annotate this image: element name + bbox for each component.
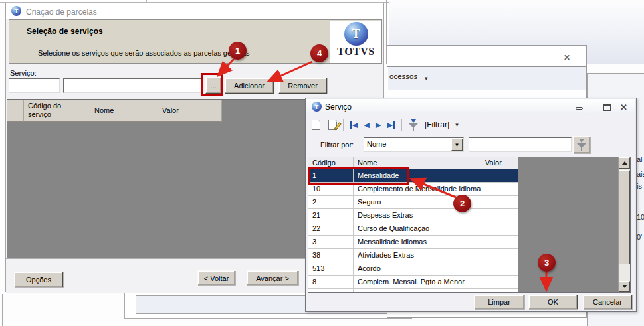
- filter-by-label: Filtrar por:: [320, 141, 354, 149]
- filter-field-select[interactable]: Nome ▼: [364, 137, 464, 152]
- next-button[interactable]: Avançar >: [247, 270, 298, 285]
- scroll-up-button[interactable]: [619, 157, 630, 169]
- selector-column-header: [7, 100, 24, 122]
- toolbar-separator: [401, 119, 402, 131]
- annotation-step-3: 3: [538, 254, 556, 272]
- filter-icon: [576, 139, 587, 151]
- totvs-logo-text: TOTVS: [330, 46, 381, 58]
- edit-record-icon[interactable]: [328, 120, 337, 130]
- background-text-fragment: ais: [637, 170, 644, 178]
- close-icon[interactable]: ✕: [620, 102, 627, 112]
- service-name-input[interactable]: [63, 78, 202, 93]
- table-row[interactable]: 513 Acordo: [308, 262, 518, 276]
- ok-button[interactable]: OK: [528, 295, 578, 309]
- wizard-titlebar: T Criação de parcelas: [6, 3, 383, 19]
- cancel-button[interactable]: Cancelar: [583, 295, 632, 309]
- last-record-button[interactable]: ▶: [387, 121, 395, 129]
- totvs-logo: T TOTVS: [330, 21, 381, 63]
- scroll-down-button[interactable]: [619, 281, 630, 292]
- background-text-fragment: 10: [637, 213, 644, 221]
- add-service-button[interactable]: Adicionar: [225, 78, 274, 94]
- column-header-codigo-do-servico[interactable]: Código do serviço: [24, 100, 90, 122]
- toolbar-separator: [343, 119, 344, 131]
- chevron-down-icon[interactable]: ▾: [455, 122, 459, 128]
- totvs-globe-icon: T: [312, 102, 322, 112]
- previous-record-button[interactable]: ◀: [364, 121, 369, 129]
- table-row[interactable]: 8 Complem. Mensal. Pgto a Menor: [308, 276, 518, 289]
- grid-rows: 1 Mensalidade 10 Complemento de Mensalid…: [308, 169, 518, 293]
- first-record-button[interactable]: ◀: [350, 121, 358, 129]
- column-header-valor[interactable]: Valor: [158, 100, 222, 122]
- totvs-globe-icon: T: [11, 6, 21, 16]
- page-title: Seleção de serviços: [27, 27, 103, 36]
- grid-empty-area: [518, 157, 619, 293]
- page-subtitle: Selecione os serviços que serão associad…: [38, 49, 250, 57]
- background-text-fragment: al: [637, 155, 644, 163]
- screen: al ais is 10 0' ✕ ocessos ▾ T Criação de…: [0, 0, 644, 326]
- table-row[interactable]: 2 Seguro: [308, 196, 518, 209]
- grid-header: Código do serviço Nome Valor: [7, 100, 222, 122]
- filter-field-value: Nome: [367, 140, 386, 148]
- combo-arrow-icon[interactable]: ▼: [451, 139, 463, 151]
- table-row[interactable]: 3 Mensalidade Idiomas: [308, 236, 518, 249]
- minimize-icon[interactable]: [576, 107, 583, 110]
- dialog-title: Serviço: [325, 102, 352, 112]
- annotation-step-2: 2: [453, 195, 471, 212]
- clear-button[interactable]: Limpar: [474, 295, 524, 309]
- highlight-box-selected-row: [308, 167, 409, 185]
- highlight-box-browse-button: [201, 73, 223, 96]
- background-window-edge: [7, 295, 7, 326]
- annotation-step-1: 1: [229, 42, 247, 60]
- table-row[interactable]: 9 Complemento de Mensalidade: [308, 289, 518, 293]
- filter-menu-label[interactable]: [Filtrar]: [425, 120, 449, 129]
- options-button[interactable]: Opções: [14, 272, 63, 287]
- table-row[interactable]: 22 Curso de Qualificação: [308, 222, 518, 236]
- window-title: Criação de parcelas: [26, 7, 97, 17]
- dialog-titlebar: T Serviço ✕: [306, 99, 635, 115]
- filter-value-input[interactable]: [469, 137, 572, 152]
- restore-icon[interactable]: [603, 104, 611, 111]
- filter-icon[interactable]: [408, 119, 419, 131]
- menu-item-processos[interactable]: ocessos: [389, 72, 417, 80]
- new-record-icon[interactable]: [312, 120, 320, 130]
- pencil-icon: [334, 122, 341, 131]
- close-icon[interactable]: ✕: [564, 53, 570, 62]
- background-window-edge: [2, 294, 3, 326]
- chevron-down-icon: ▾: [425, 75, 428, 82]
- column-header-nome[interactable]: Nome: [90, 100, 158, 122]
- service-label: Serviço:: [10, 69, 37, 77]
- background-menu-band: ocessos ▾: [388, 67, 586, 90]
- scrollbar-thumb[interactable]: [619, 170, 630, 264]
- table-row[interactable]: 21 Despesas Extras: [308, 209, 518, 222]
- totvs-globe-icon: T: [344, 22, 368, 46]
- background-text-fragment: is: [637, 182, 644, 190]
- next-record-button[interactable]: ▶: [376, 121, 381, 129]
- dialog-toolbar: ◀ ◀ ▶ ▶ [Filtrar] ▾: [306, 115, 635, 135]
- apply-filter-button[interactable]: [573, 136, 590, 153]
- vertical-scrollbar[interactable]: [618, 157, 630, 293]
- column-header-valor[interactable]: Valor: [481, 157, 518, 169]
- back-button[interactable]: < Voltar: [197, 270, 235, 285]
- table-row[interactable]: 38 Atividades Extras: [308, 249, 518, 262]
- service-code-input[interactable]: [9, 78, 60, 93]
- remove-service-button[interactable]: Remover: [278, 78, 327, 94]
- background-text-fragment: 0': [637, 233, 644, 241]
- annotation-step-4: 4: [310, 44, 328, 62]
